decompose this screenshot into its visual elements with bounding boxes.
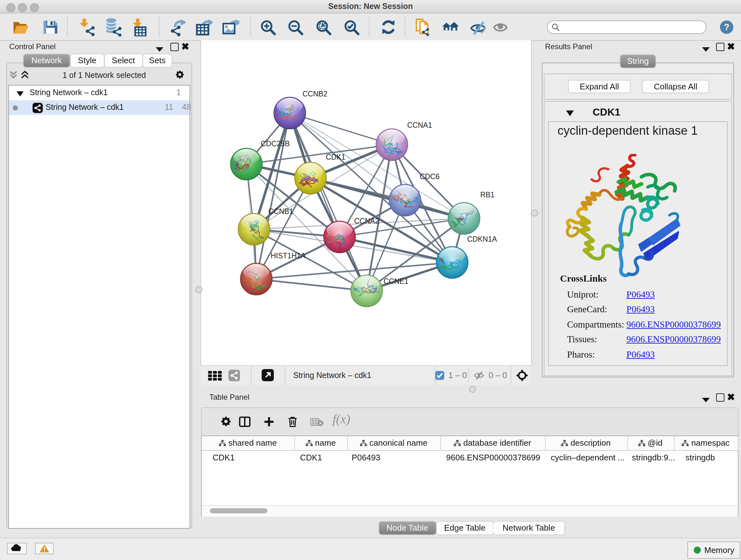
svg-text:HIST1H1A: HIST1H1A xyxy=(270,252,306,260)
svg-text:CCNA1: CCNA1 xyxy=(407,121,432,129)
svg-text:CDC25B: CDC25B xyxy=(260,139,289,148)
svg-text:CCNE1: CCNE1 xyxy=(383,277,408,286)
svg-text:RB1: RB1 xyxy=(480,191,494,199)
svg-text:CCNA2: CCNA2 xyxy=(354,217,379,225)
svg-text:CCNB2: CCNB2 xyxy=(302,90,327,98)
svg-text:CDKN1A: CDKN1A xyxy=(467,235,497,243)
svg-text:CDK1: CDK1 xyxy=(326,153,345,161)
svg-text:CCNB1: CCNB1 xyxy=(268,207,293,215)
svg-text:CDC6: CDC6 xyxy=(419,172,440,181)
